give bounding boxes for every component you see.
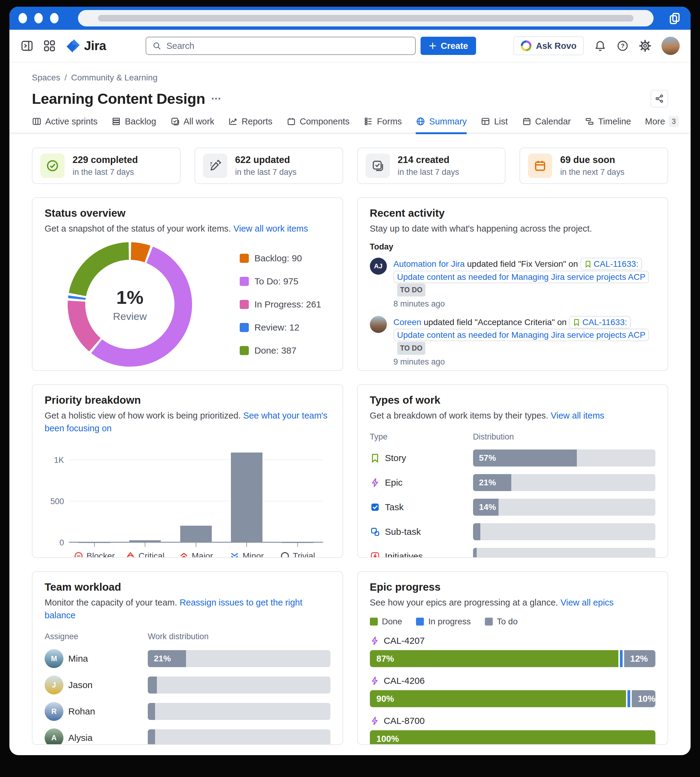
stat-card-updated[interactable]: 622 updated in the last 7 days [195,147,343,184]
search-icon [152,41,162,50]
components-icon [287,117,296,126]
tab-summary[interactable]: Summary [416,116,467,134]
tab-overview-icon[interactable] [668,12,682,25]
status-overview-card: Status overview Get a snapshot of the st… [32,197,343,371]
type-row-story: Story 57% [370,450,656,467]
summary-stats: 229 completed in the last 7 days 622 upd… [32,147,668,184]
team-workload-title: Team workload [45,581,330,593]
breadcrumb: Spaces / Community & Learning [32,73,668,83]
recent-activity-card: Recent activity Stay up to date with wha… [357,197,668,371]
epic-progress-card: Epic progress See how your epics are pro… [357,571,668,745]
tab-list[interactable]: List [481,116,508,134]
epic-progress-bar: 100% [370,730,656,745]
browser-titlebar [9,7,691,30]
donut-center-label: Review [113,310,147,322]
tab-components[interactable]: Components [287,116,350,134]
priority-bar-chart: 05001K [69,447,323,543]
workload-row-jason: JJason [45,675,330,694]
tab-reports[interactable]: Reports [228,116,272,134]
window-control-dot[interactable] [34,13,43,23]
epic-progress-bar: 90% 10% [370,690,656,707]
tab-active-sprints[interactable]: Active sprints [32,116,97,134]
type-column-header: Type [370,432,473,442]
due-calendar-icon [533,159,547,172]
notifications-bell-icon[interactable] [594,40,606,52]
project-tabs: Active sprints Backlog All work Reports … [9,116,691,134]
browser-window: Jira Create Ask Rovo [9,7,691,755]
initiatives-icon [370,551,380,558]
avatar-automation: AJ [370,258,387,275]
search-input[interactable] [166,41,409,51]
assignee-column-header: Assignee [45,632,148,641]
y-axis-tick-label: 0 [60,538,64,547]
legend-item: Backlog: 90 [240,253,321,263]
bar-minor [231,452,262,543]
epic-icon [370,636,380,645]
priority-breakdown-card: Priority breakdown Get a holistic view o… [32,384,343,558]
bar-major [180,526,212,543]
sidebar-toggle-icon[interactable] [20,39,34,53]
minor-priority-icon [230,551,239,558]
create-button[interactable]: Create [420,37,476,55]
view-all-items-link[interactable]: View all items [551,411,604,420]
settings-gear-icon[interactable] [639,40,651,52]
app-switcher-icon[interactable] [43,39,56,53]
recent-activity-title: Recent activity [370,207,656,219]
epic-row: CAL-8700 100% [370,716,656,745]
address-url-pill [98,15,633,22]
stat-card-due-soon[interactable]: 69 due soon in the next 7 days [520,147,668,184]
activity-group-label: Today [370,242,656,252]
tab-more[interactable]: More 3 [645,116,679,134]
breadcrumb-community-learning[interactable]: Community & Learning [71,73,157,83]
stat-card-created[interactable]: 214 created in the last 7 days [357,147,506,184]
activity-actor-link[interactable]: Coreen [393,317,422,327]
created-checkbox-icon [371,159,385,172]
rovo-logo-icon [521,40,532,51]
title-more-icon[interactable] [212,98,220,100]
legend-item: In Progress: 261 [240,299,321,310]
epic-row: CAL-4207 87% 12% [370,635,656,667]
type-row-task: Task 14% [370,499,656,516]
team-workload-card: Team workload Monitor the capacity of yo… [32,571,343,745]
breadcrumb-spaces[interactable]: Spaces [32,73,60,83]
status-overview-title: Status overview [45,207,330,219]
browser-address-bar[interactable] [78,10,653,27]
epic-row: CAL-4206 90% 10% [370,675,656,707]
jira-logo[interactable]: Jira [65,38,106,54]
user-avatar[interactable] [662,37,680,55]
tab-forms[interactable]: Forms [363,116,402,134]
window-control-dot[interactable] [18,13,27,23]
epic-icon [370,676,380,685]
priority-breakdown-title: Priority breakdown [45,394,330,406]
status-badge: TO DO [397,342,426,355]
ask-rovo-button[interactable]: Ask Rovo [513,37,584,55]
help-icon[interactable]: ? [617,40,629,52]
avatar-mina: M [45,649,63,668]
share-button[interactable] [650,90,668,107]
view-all-work-items-link[interactable]: View all work items [233,224,308,233]
tab-backlog[interactable]: Backlog [112,116,156,134]
avatar-jason: J [45,675,63,694]
search-box[interactable] [146,37,416,55]
type-row-epic: Epic 21% [370,474,656,491]
status-badge: TO DO [397,283,426,297]
view-all-epics-link[interactable]: View all epics [560,598,613,607]
app-header: Jira Create Ask Rovo [9,30,691,63]
epic-progress-legend: Done In progress To do [370,617,656,627]
workload-row-rohan: RRohan [45,702,330,721]
plus-icon [428,42,437,50]
window-controls [18,13,58,23]
epic-progress-title: Epic progress [370,581,656,593]
activity-timestamp: 8 minutes ago [393,299,656,308]
tab-calendar[interactable]: Calendar [522,116,571,134]
summary-globe-icon [416,117,425,126]
forms-icon [363,117,373,126]
stat-card-completed[interactable]: 229 completed in the last 7 days [32,147,180,184]
more-count-badge: 3 [669,116,679,127]
window-control-dot[interactable] [50,13,58,23]
tab-all-work[interactable]: All work [170,116,215,134]
tab-timeline[interactable]: Timeline [585,116,631,134]
calendar-icon [522,117,532,126]
activity-actor-link[interactable]: Automation for Jira [393,259,465,268]
story-icon [370,453,380,463]
